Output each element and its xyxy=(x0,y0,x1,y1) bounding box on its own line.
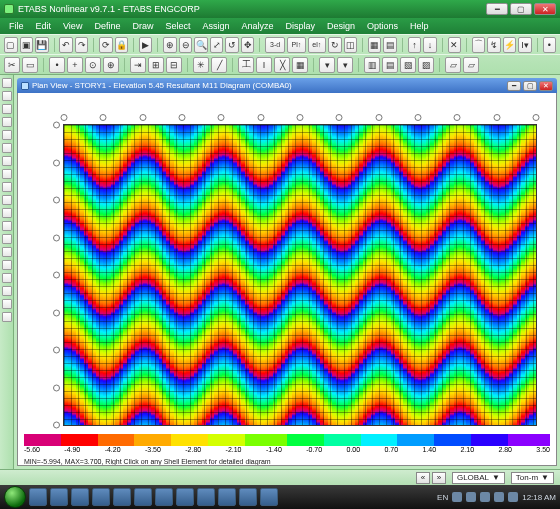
section-icon[interactable]: ⌒ xyxy=(472,37,486,53)
zoom-window-icon[interactable]: 🔍 xyxy=(194,37,208,53)
clock[interactable]: 12:18 AM xyxy=(522,493,556,502)
zoom-full-icon[interactable]: ⤢ xyxy=(210,37,224,53)
perspective-icon[interactable]: ◫ xyxy=(344,37,358,53)
tray-flag-icon[interactable] xyxy=(494,492,504,502)
pointer-icon[interactable] xyxy=(2,78,12,88)
addl-icon[interactable]: ▱ xyxy=(463,57,479,73)
maximize-button[interactable]: ▢ xyxy=(510,3,532,15)
open-icon[interactable]: ▣ xyxy=(20,37,34,53)
start-button[interactable] xyxy=(4,486,26,508)
tray-net-icon[interactable] xyxy=(466,492,476,502)
draw-rect-icon[interactable] xyxy=(2,143,12,153)
first-button[interactable]: « xyxy=(416,472,430,484)
task-folder[interactable] xyxy=(71,488,89,506)
last-button[interactable]: » xyxy=(432,472,446,484)
menu-file[interactable]: File xyxy=(4,20,29,32)
sel-clear-icon[interactable] xyxy=(2,234,12,244)
cut-icon[interactable]: ✂ xyxy=(4,57,20,73)
sel-prev-icon[interactable] xyxy=(2,221,12,231)
object-icon[interactable]: ▦ xyxy=(368,37,382,53)
menu-analyze[interactable]: Analyze xyxy=(236,20,278,32)
menu-options[interactable]: Options xyxy=(362,20,403,32)
snap-i-icon[interactable] xyxy=(2,286,12,296)
snap-e-icon[interactable] xyxy=(2,299,12,309)
model-canvas[interactable]: -5.60-4.90-4.20-3.50-2.80-2.10-1.40-0.70… xyxy=(17,93,557,466)
loads-icon[interactable]: ↯ xyxy=(487,37,501,53)
menu-help[interactable]: Help xyxy=(405,20,434,32)
beam-icon[interactable]: 工 xyxy=(238,57,254,73)
sel-all-icon[interactable] xyxy=(2,208,12,218)
language-indicator[interactable]: EN xyxy=(437,493,448,502)
menu-select[interactable]: Select xyxy=(160,20,195,32)
tray-bat-icon[interactable] xyxy=(508,492,518,502)
task-app3[interactable] xyxy=(197,488,215,506)
menu-define[interactable]: Define xyxy=(89,20,125,32)
pan-icon[interactable]: ✥ xyxy=(241,37,255,53)
draw-line-icon[interactable] xyxy=(2,104,12,114)
undo-icon[interactable]: ↶ xyxy=(59,37,73,53)
lock-icon[interactable]: 🔒 xyxy=(115,37,129,53)
reshape-icon[interactable] xyxy=(2,91,12,101)
lightning-icon[interactable]: ⚡ xyxy=(503,37,517,53)
save-icon[interactable]: 💾 xyxy=(35,37,49,53)
menu-design[interactable]: Design xyxy=(322,20,360,32)
x-icon[interactable]: ✕ xyxy=(448,37,462,53)
rotate-icon[interactable]: ↻ xyxy=(328,37,342,53)
task-word[interactable] xyxy=(92,488,110,506)
tray-up-icon[interactable] xyxy=(452,492,462,502)
coord-combo[interactable]: GLOBAL▼ xyxy=(452,472,505,484)
snap-m-icon[interactable] xyxy=(2,273,12,283)
run-icon[interactable]: ▶ xyxy=(139,37,153,53)
minimize-button[interactable]: ━ xyxy=(486,3,508,15)
plan-icon[interactable]: Pl↑ xyxy=(287,37,305,53)
doc-close-button[interactable]: ✕ xyxy=(539,81,553,91)
doc-minimize-button[interactable]: ━ xyxy=(507,81,521,91)
new-icon[interactable]: ▢ xyxy=(4,37,18,53)
zoom-prev-icon[interactable]: ↺ xyxy=(225,37,239,53)
task-app2[interactable] xyxy=(176,488,194,506)
quick-brace-icon[interactable] xyxy=(2,182,12,192)
rel-icon[interactable]: ▾ xyxy=(337,57,353,73)
tray-vol-icon[interactable] xyxy=(480,492,490,502)
quick-col-icon[interactable] xyxy=(2,169,12,179)
elements-icon[interactable]: ▤ xyxy=(383,37,397,53)
task-app1[interactable] xyxy=(155,488,173,506)
snap4-icon[interactable]: ⊕ xyxy=(103,57,119,73)
task-app5[interactable] xyxy=(260,488,278,506)
view-3d-icon[interactable]: 3-d xyxy=(265,37,285,53)
line-icon[interactable]: ╱ xyxy=(211,57,227,73)
assign3-icon[interactable]: ⊟ xyxy=(166,57,182,73)
show2-icon[interactable]: ▤ xyxy=(382,57,398,73)
elev-icon[interactable]: el↑ xyxy=(308,37,326,53)
frame-icon[interactable]: ▭ xyxy=(22,57,38,73)
snap1-icon[interactable]: • xyxy=(49,57,65,73)
up-story-icon[interactable]: ↑ xyxy=(408,37,422,53)
zoom-in-icon[interactable]: ⊕ xyxy=(163,37,177,53)
draw-line2-icon[interactable] xyxy=(2,117,12,127)
redo-icon[interactable]: ↷ xyxy=(75,37,89,53)
menu-view[interactable]: View xyxy=(58,20,87,32)
snap-p-icon[interactable] xyxy=(2,260,12,270)
menu-assign[interactable]: Assign xyxy=(197,20,234,32)
joint-icon[interactable]: ✳ xyxy=(193,57,209,73)
snap3-icon[interactable]: ⊙ xyxy=(85,57,101,73)
refresh-icon[interactable]: ⟳ xyxy=(99,37,113,53)
rigid-icon[interactable]: ▾ xyxy=(319,57,335,73)
column-icon[interactable]: I xyxy=(256,57,272,73)
slab-icon[interactable]: ▦ xyxy=(292,57,308,73)
show1-icon[interactable]: ▥ xyxy=(364,57,380,73)
show3-icon[interactable]: ▧ xyxy=(400,57,416,73)
menu-draw[interactable]: Draw xyxy=(127,20,158,32)
check-icon[interactable]: I▾ xyxy=(518,37,532,53)
quick-area-icon[interactable] xyxy=(2,195,12,205)
close-button[interactable]: ✕ xyxy=(534,3,556,15)
snap2-icon[interactable]: + xyxy=(67,57,83,73)
doc-maximize-button[interactable]: ▢ xyxy=(523,81,537,91)
quick-beam-icon[interactable] xyxy=(2,156,12,166)
down-story-icon[interactable]: ↓ xyxy=(423,37,437,53)
task-explorer[interactable] xyxy=(29,488,47,506)
draw-area-icon[interactable] xyxy=(2,130,12,140)
task-app4[interactable] xyxy=(239,488,257,506)
snap-l-icon[interactable] xyxy=(2,312,12,322)
units-combo[interactable]: Ton-m▼ xyxy=(511,472,554,484)
